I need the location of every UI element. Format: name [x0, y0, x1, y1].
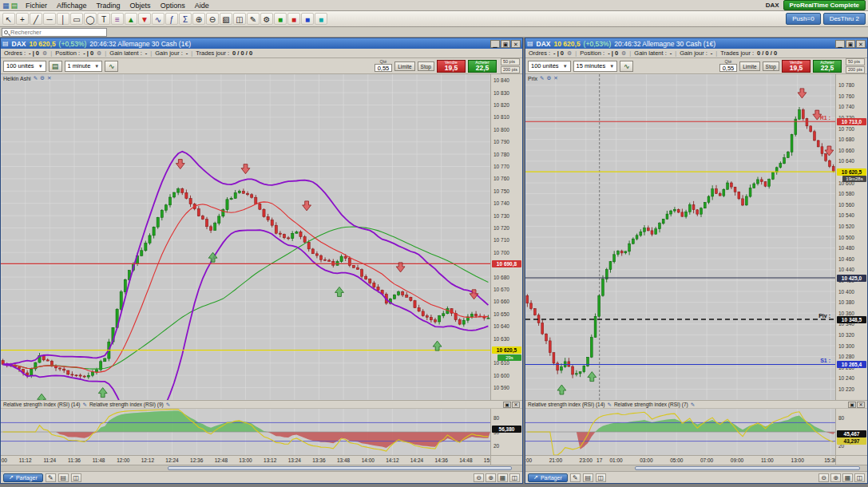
settings-icon[interactable]: ⚙ — [40, 75, 45, 81]
arrow-down-tool-icon[interactable]: ▼ — [138, 13, 151, 25]
timeframe-dropdown[interactable]: 15 minutes ▼ — [573, 61, 618, 72]
edit-icon[interactable]: ✎ — [34, 75, 38, 81]
buy-button[interactable]: Acheter 22,5 — [813, 60, 842, 73]
limit-order-button[interactable]: Limite — [739, 61, 759, 71]
blue-indicator-icon[interactable]: ■ — [301, 13, 314, 25]
edit-icon[interactable]: ✎ — [166, 402, 170, 408]
stop-order-button[interactable]: Stop — [418, 61, 434, 71]
split-view-icon[interactable]: ◫ — [596, 473, 606, 482]
split-view-icon[interactable]: ◫ — [71, 473, 81, 482]
range-200pts-button[interactable]: 200 pts — [846, 66, 865, 73]
sell-button[interactable]: Vendre 19,5 — [437, 60, 466, 73]
dealthru-button[interactable]: DesThru 2 — [823, 13, 866, 25]
trendline-tool-icon[interactable]: ╱ — [30, 13, 42, 25]
stop-order-button[interactable]: Stop — [763, 61, 779, 71]
chart-scrollbar[interactable] — [1, 465, 522, 471]
indicator-tool-icon[interactable]: ∿ — [152, 13, 164, 25]
orders-gear-icon[interactable]: ⚙ — [567, 50, 572, 57]
screenshot-icon[interactable]: ✎ — [570, 473, 581, 482]
windows-icon[interactable]: ◫ — [509, 473, 520, 482]
edit-tool-icon[interactable]: ✎ — [247, 13, 260, 25]
indicators-button[interactable]: ∿ — [620, 61, 633, 72]
position-gear-icon[interactable]: ⚙ — [97, 50, 101, 57]
rectangle-tool-icon[interactable]: ▭ — [70, 13, 83, 25]
instrument-search[interactable] — [2, 28, 107, 37]
menu-fichier[interactable]: Fichier — [22, 2, 51, 10]
quantity-field[interactable]: Qté 0,55 — [719, 60, 738, 73]
zoom-in-icon[interactable]: ⊕ — [830, 473, 841, 482]
close-button[interactable]: ✕ — [856, 40, 866, 48]
list-view-icon[interactable]: ▤ — [58, 473, 69, 482]
zoom-in-icon[interactable]: ⊕ — [486, 473, 496, 482]
price-chart[interactable]: Heikin Ashi ✎ ⚙ ✕ — [1, 74, 490, 400]
list-view-icon[interactable]: ▤ — [583, 473, 593, 482]
scrollbar-thumb[interactable] — [168, 466, 512, 470]
minimize-button[interactable]: ▁ — [835, 40, 845, 48]
close-button[interactable]: ✕ — [512, 402, 520, 408]
grid-icon[interactable]: ▦ — [842, 473, 853, 482]
arrow-up-tool-icon[interactable]: ▲ — [125, 13, 137, 25]
fibonacci-tool-icon[interactable]: ≡ — [111, 13, 124, 25]
share-button[interactable]: ↗ Partager — [528, 473, 568, 482]
units-dropdown[interactable]: 100 unités ▼ — [3, 61, 46, 72]
sum-tool-icon[interactable]: Σ — [179, 13, 192, 25]
quantity-value[interactable]: 0,55 — [719, 64, 738, 72]
red-indicator-icon[interactable]: ■ — [287, 13, 300, 25]
close-icon[interactable]: ✕ — [553, 75, 557, 81]
window-titlebar[interactable]: ▤ DAX 10 620,5 (+0,53%) 20:46:32 Allemag… — [525, 38, 867, 49]
window-titlebar[interactable]: ▤ DAX 10 620,5 (+0,53%) 20:46:32 Allemag… — [1, 38, 522, 49]
close-icon[interactable]: ✕ — [47, 75, 51, 81]
units-dropdown[interactable]: 100 unités ▼ — [528, 61, 571, 72]
close-button[interactable]: ✕ — [857, 402, 865, 408]
menu-options[interactable]: Options — [157, 2, 189, 10]
horizontal-line-tool-icon[interactable]: ─ — [43, 13, 56, 25]
restore-button[interactable]: ▣ — [503, 402, 511, 408]
limit-order-button[interactable]: Limite — [394, 61, 414, 71]
zoom-out-icon[interactable]: ⊖ — [818, 473, 829, 482]
restore-button[interactable]: ▣ — [848, 402, 856, 408]
edit-icon[interactable]: ✎ — [82, 402, 86, 408]
pointer-tool-icon[interactable]: ↖ — [2, 13, 15, 25]
timeframe-dropdown[interactable]: 1 minute ▼ — [65, 61, 103, 72]
buy-button[interactable]: Acheter 22,5 — [468, 60, 497, 73]
push-button[interactable]: Push=0 — [786, 13, 820, 25]
minimize-button[interactable]: ▁ — [490, 40, 500, 48]
windows-icon[interactable]: ◫ — [854, 473, 865, 482]
menu-trading[interactable]: Trading — [92, 2, 124, 10]
settings-icon[interactable]: ⚙ — [547, 75, 552, 81]
teal-indicator-icon[interactable]: ■ — [315, 13, 327, 25]
menu-aide[interactable]: Aide — [191, 2, 213, 10]
scrollbar-thumb[interactable] — [635, 466, 860, 470]
sell-button[interactable]: Vendre 19,5 — [782, 60, 811, 73]
grid-icon[interactable]: ▦ — [497, 473, 508, 482]
range-200pts-button[interactable]: 200 pts — [501, 66, 520, 73]
chart-scrollbar[interactable] — [525, 465, 867, 471]
menu-affichage[interactable]: Affichage — [53, 2, 90, 10]
vertical-line-tool-icon[interactable]: │ — [57, 13, 69, 25]
text-tool-icon[interactable]: T — [97, 13, 110, 25]
chart-style-button[interactable]: ▤ — [49, 61, 62, 72]
green-indicator-icon[interactable]: ■ — [274, 13, 287, 25]
edit-icon[interactable]: ✎ — [691, 402, 695, 408]
edit-icon[interactable]: ✎ — [540, 75, 544, 81]
edit-icon[interactable]: ✎ — [607, 402, 611, 408]
range-50pts-button[interactable]: 50 pts — [501, 58, 520, 65]
price-axis[interactable]: 10 22010 24010 26010 28010 30010 32010 3… — [835, 74, 867, 400]
split-view-tool-icon[interactable]: ◫ — [233, 13, 246, 25]
menu-objets[interactable]: Objets — [126, 2, 155, 10]
grid-tool-icon[interactable]: ▧ — [220, 13, 232, 25]
quantity-value[interactable]: 0,55 — [375, 64, 393, 72]
search-input[interactable] — [10, 29, 105, 36]
time-axis[interactable]: 11:0011:1211:2411:3611:4812:0012:1212:24… — [1, 455, 522, 465]
formula-tool-icon[interactable]: ƒ — [165, 13, 178, 25]
restore-button[interactable]: ▣ — [846, 40, 855, 48]
range-50pts-button[interactable]: 50 pts — [846, 58, 865, 65]
ellipse-tool-icon[interactable]: ◯ — [84, 13, 97, 25]
orders-gear-icon[interactable]: ⚙ — [42, 50, 47, 57]
settings-tool-icon[interactable]: ⚙ — [260, 13, 273, 25]
zoom-in-tool-icon[interactable]: ⊕ — [192, 13, 205, 25]
price-chart[interactable]: Prix ✎ ⚙ ✕ R1 :Piv :S1 : — [525, 74, 835, 400]
crosshair-tool-icon[interactable]: + — [16, 13, 29, 25]
position-gear-icon[interactable]: ⚙ — [621, 50, 626, 57]
zoom-out-tool-icon[interactable]: ⊖ — [206, 13, 219, 25]
